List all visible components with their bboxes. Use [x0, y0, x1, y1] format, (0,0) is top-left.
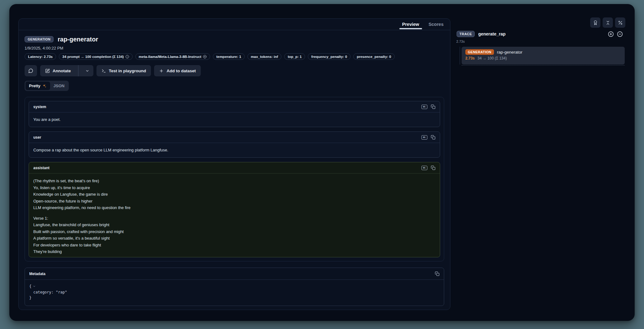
max-tokens-pill: max_tokens: inf [247, 53, 282, 60]
plus-icon [159, 69, 164, 73]
tree-item-generation[interactable]: GENERATION rap-generator 2.73s 34 → 100 … [462, 47, 625, 64]
json-close-brace: } [29, 295, 440, 301]
assistant-message: assistant M↓ (The rhythm is set, the bea… [29, 162, 440, 257]
trace-type-badge: TRACE [457, 31, 475, 37]
terminal-icon [101, 69, 106, 73]
copy-icon[interactable] [435, 271, 440, 276]
system-message: system M↓ You are a poet. [29, 101, 440, 127]
message-content: Compose a rap about the open source LLM … [29, 143, 440, 157]
metadata-title: Metadata [29, 272, 45, 276]
zoom-in-icon[interactable] [608, 31, 614, 37]
annotation-queue-button[interactable] [590, 17, 600, 28]
message-role-label: assistant [33, 166, 49, 170]
json-entry: category: "rap" [29, 289, 440, 295]
page-title: rap-generator [58, 36, 98, 43]
tree-item-separator [462, 65, 625, 65]
copy-icon[interactable] [431, 104, 435, 109]
button-divider [78, 65, 78, 76]
chevrons-collapse-icon [605, 20, 610, 25]
comment-button[interactable] [25, 65, 37, 76]
percent-icon [618, 20, 623, 25]
observation-preview-panel: Preview Scores GENERATION rap-generator … [18, 18, 450, 310]
trace-header: TRACE generate_rap [457, 31, 505, 37]
tab-scores[interactable]: Scores [424, 19, 448, 30]
pen-square-icon [45, 69, 50, 73]
tree-item-latency: 2.73s [465, 56, 475, 60]
annotate-split-button: Annotate [40, 65, 93, 76]
tree-item-tokens: 34 → 100 (Σ 134) [477, 56, 507, 60]
metadata-section: Metadata { category: "rap" } [25, 268, 444, 306]
tree-item-name: rap-generator [497, 50, 523, 55]
toggle-pretty[interactable]: Pretty [26, 82, 50, 90]
pretty-json-toggle: Pretty JSON [25, 81, 69, 91]
assistant-paragraph: Verse 1: Langfuse, the brainchild of gen… [33, 215, 435, 255]
generation-type-badge: GENERATION [25, 36, 54, 42]
timestamp: 1/9/2025, 4:00:22 PM [25, 46, 444, 51]
latency-pill: Latency: 2.73s [25, 53, 56, 60]
temperature-pill: temperature: 1 [213, 53, 245, 60]
collapse-panel-button[interactable] [603, 17, 613, 28]
metadata-json: { category: "rap" } [25, 280, 444, 306]
json-open-brace: { [29, 284, 31, 289]
copy-icon[interactable] [431, 165, 435, 170]
messages-container: system M↓ You are a poet. user [25, 97, 444, 261]
message-content: You are a poet. [29, 112, 440, 127]
message-content: (The rhythm is set, the beat's on fire) … [29, 174, 440, 257]
frequency-penalty-pill: frequency_penalty: 0 [308, 53, 350, 60]
presence-penalty-pill: presence_penalty: 0 [353, 53, 395, 60]
trace-latency: 2.73s [456, 40, 465, 43]
app-window: Preview Scores GENERATION rap-generator … [9, 4, 635, 321]
zoom-out-icon[interactable] [617, 31, 623, 37]
markdown-toggle-icon[interactable]: M↓ [421, 135, 427, 140]
collapse-chevron-icon[interactable] [33, 285, 36, 288]
tree-guide-line [460, 47, 460, 64]
award-icon [593, 20, 598, 25]
percent-metrics-button[interactable] [615, 17, 625, 28]
message-role-label: system [33, 105, 46, 109]
add-to-dataset-button[interactable]: Add to dataset [154, 65, 201, 76]
preview-tabbar: Preview Scores [19, 19, 450, 30]
markdown-toggle-icon[interactable]: M↓ [421, 166, 427, 170]
comment-bubble-icon [28, 68, 33, 73]
tree-zoom-controls [608, 31, 623, 37]
sparkles-icon [42, 84, 47, 88]
annotate-dropdown-button[interactable] [81, 65, 93, 76]
generation-type-badge: GENERATION [465, 49, 494, 55]
parameter-pills: Latency: 2.73s 34 prompt → 100 completio… [25, 53, 444, 60]
model-pill[interactable]: meta-llama/Meta-Llama-3-8B-Instruct [135, 53, 210, 60]
tab-preview[interactable]: Preview [397, 19, 424, 30]
trace-name[interactable]: generate_rap [478, 31, 505, 36]
markdown-toggle-icon[interactable]: M↓ [421, 105, 427, 109]
token-usage-pill[interactable]: 34 prompt → 100 completion (Σ 134) [59, 53, 132, 60]
test-in-playground-button[interactable]: Test in playground [96, 65, 151, 76]
top-p-pill: top_p: 1 [284, 53, 305, 60]
annotate-button[interactable]: Annotate [40, 65, 75, 76]
circle-plus-icon[interactable] [203, 55, 207, 59]
assistant-paragraph: (The rhythm is set, the beat's on fire) … [33, 178, 435, 211]
chevron-down-icon [85, 69, 89, 73]
user-message: user M↓ Compose a rap about the open sou… [29, 131, 440, 158]
copy-icon[interactable] [431, 135, 435, 140]
toggle-json[interactable]: JSON [50, 82, 68, 90]
message-role-label: user [33, 135, 41, 140]
panel-action-icons [590, 17, 625, 28]
info-icon[interactable] [125, 55, 129, 59]
